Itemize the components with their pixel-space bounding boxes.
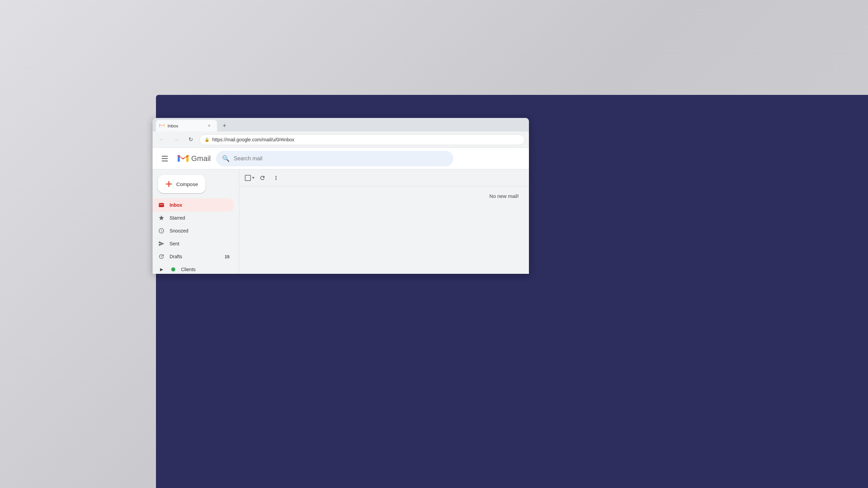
sent-label: Sent bbox=[170, 241, 230, 246]
no-new-mail-text: No new mail! bbox=[489, 193, 519, 199]
gmail-tab[interactable]: Inbox × bbox=[156, 120, 217, 131]
starred-label: Starred bbox=[170, 215, 230, 221]
search-icon: 🔍 bbox=[222, 155, 230, 162]
drafts-icon bbox=[158, 253, 165, 260]
url-text: https://mail.google.com/mail/u/0/#inbox bbox=[212, 137, 294, 142]
select-dropdown-icon[interactable]: ▼ bbox=[252, 176, 255, 180]
select-all-area[interactable]: ▼ bbox=[245, 175, 255, 181]
clock-svg-icon bbox=[158, 228, 164, 234]
gmail-wordmark: Gmail bbox=[191, 154, 211, 163]
hamburger-line-2 bbox=[162, 158, 168, 159]
lock-icon: 🔒 bbox=[204, 137, 210, 142]
gmail-m-logo-icon bbox=[177, 154, 189, 163]
address-field[interactable]: 🔒 https://mail.google.com/mail/u/0/#inbo… bbox=[199, 134, 525, 145]
clock-icon bbox=[158, 227, 165, 234]
search-bar[interactable]: 🔍 bbox=[216, 151, 453, 166]
forward-button[interactable]: → bbox=[171, 134, 182, 145]
sidebar-item-starred[interactable]: Starred bbox=[153, 211, 234, 224]
tab-close-button[interactable]: × bbox=[206, 123, 212, 129]
refresh-button[interactable]: ↻ bbox=[185, 134, 196, 145]
hamburger-menu-button[interactable] bbox=[158, 152, 172, 165]
email-main-area: ▼ No new mail! bbox=[239, 169, 529, 274]
expand-icon: ▶ bbox=[158, 266, 165, 273]
refresh-icon bbox=[259, 175, 265, 181]
sidebar-item-snoozed[interactable]: Snoozed bbox=[153, 224, 234, 237]
browser-tab-bar: Inbox × + bbox=[153, 118, 529, 131]
clients-green-dot bbox=[171, 267, 175, 271]
sidebar-item-drafts[interactable]: Drafts 15 bbox=[153, 250, 234, 263]
new-tab-button[interactable]: + bbox=[220, 121, 229, 130]
gmail-logo: Gmail bbox=[177, 154, 211, 163]
hamburger-line-3 bbox=[162, 161, 168, 161]
more-options-button[interactable] bbox=[270, 172, 282, 184]
empty-state: No new mail! bbox=[239, 186, 529, 274]
drafts-label: Drafts bbox=[170, 254, 220, 259]
compose-plus-icon bbox=[165, 180, 172, 188]
sidebar-item-sent[interactable]: Sent bbox=[153, 237, 234, 250]
address-bar-row: ← → ↻ 🔒 https://mail.google.com/mail/u/0… bbox=[153, 131, 529, 148]
compose-button[interactable]: Compose bbox=[158, 175, 205, 193]
sidebar: Compose Inbox Starred bbox=[153, 169, 239, 274]
snoozed-label: Snoozed bbox=[170, 228, 230, 233]
refresh-emails-button[interactable] bbox=[256, 172, 269, 184]
more-vert-icon bbox=[273, 175, 279, 181]
gmail-favicon-icon bbox=[159, 123, 165, 128]
email-toolbar: ▼ bbox=[239, 169, 529, 186]
star-svg-icon bbox=[158, 215, 164, 221]
inbox-icon bbox=[158, 202, 165, 208]
tab-favicon bbox=[159, 123, 165, 128]
sidebar-item-clients[interactable]: ▶ Clients bbox=[153, 263, 234, 274]
star-icon bbox=[158, 215, 165, 221]
search-input[interactable] bbox=[234, 156, 447, 162]
hamburger-line-1 bbox=[162, 156, 168, 157]
compose-label: Compose bbox=[176, 181, 198, 187]
inbox-svg-icon bbox=[158, 202, 164, 208]
select-all-checkbox[interactable] bbox=[245, 175, 251, 181]
clients-label: Clients bbox=[181, 267, 230, 272]
send-icon bbox=[158, 240, 165, 247]
browser-window: Inbox × + ← → ↻ 🔒 https://mail.google.co… bbox=[153, 118, 529, 274]
clients-dot-icon bbox=[170, 266, 176, 273]
drafts-svg-icon bbox=[158, 253, 164, 260]
back-button[interactable]: ← bbox=[157, 134, 167, 145]
gmail-header: Gmail 🔍 bbox=[153, 148, 529, 169]
tab-title: Inbox bbox=[167, 123, 203, 128]
send-svg-icon bbox=[158, 241, 164, 247]
gmail-body: Compose Inbox Starred bbox=[153, 169, 529, 274]
inbox-label: Inbox bbox=[170, 202, 230, 208]
drafts-count: 15 bbox=[225, 254, 230, 259]
sidebar-item-inbox[interactable]: Inbox bbox=[153, 199, 234, 211]
